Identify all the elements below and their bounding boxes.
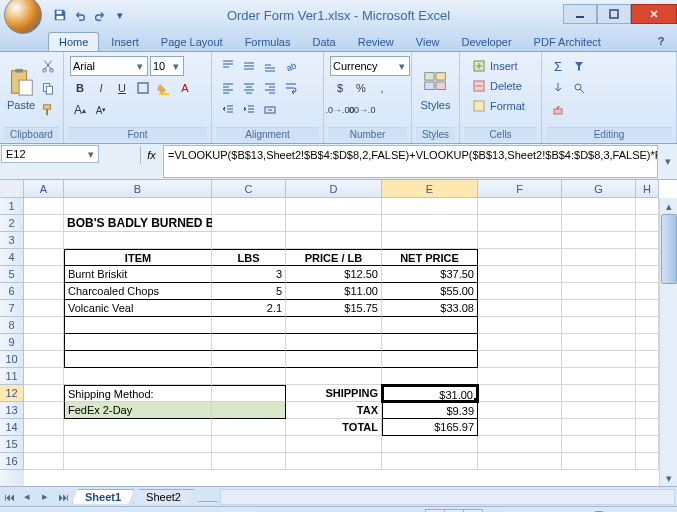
- macro-record-icon[interactable]: [44, 507, 64, 513]
- paste-button[interactable]: Paste: [6, 56, 36, 122]
- cell-E13[interactable]: $9.39: [382, 402, 478, 419]
- sheet-nav-first-icon[interactable]: ⏮: [0, 488, 18, 506]
- redo-icon[interactable]: [92, 7, 108, 23]
- orientation-icon[interactable]: ab: [281, 56, 301, 76]
- colhead-B[interactable]: B: [64, 180, 212, 198]
- rowhead[interactable]: 7: [0, 300, 24, 317]
- colhead-F[interactable]: F: [478, 180, 562, 198]
- border-button[interactable]: [133, 78, 153, 98]
- format-painter-icon[interactable]: [38, 100, 58, 120]
- cell-D4[interactable]: PRICE / LB: [286, 249, 382, 266]
- align-top-icon[interactable]: [218, 56, 238, 76]
- sheet-nav-prev-icon[interactable]: ◂: [18, 488, 36, 506]
- tab-insert[interactable]: Insert: [101, 33, 149, 51]
- percent-button[interactable]: %: [351, 78, 371, 98]
- wrap-text-icon[interactable]: [281, 78, 301, 98]
- align-right-icon[interactable]: [260, 78, 280, 98]
- autosum-icon[interactable]: Σ: [548, 56, 568, 76]
- rowhead[interactable]: 6: [0, 283, 24, 300]
- format-button[interactable]: Format: [466, 96, 531, 116]
- cell-C5[interactable]: 3: [212, 266, 286, 283]
- cell-E14[interactable]: $165.97: [382, 419, 478, 436]
- align-bottom-icon[interactable]: [260, 56, 280, 76]
- sheet-nav-last-icon[interactable]: ⏭: [54, 488, 72, 506]
- rowhead[interactable]: 3: [0, 232, 24, 249]
- expand-formula-bar-icon[interactable]: ▾: [659, 144, 677, 179]
- tab-page-layout[interactable]: Page Layout: [151, 33, 233, 51]
- decrease-font-button[interactable]: A▾: [91, 100, 111, 120]
- colhead-H[interactable]: H: [636, 180, 659, 198]
- normal-view-button[interactable]: [425, 509, 445, 513]
- font-color-button[interactable]: A: [175, 78, 195, 98]
- select-all-button[interactable]: [0, 180, 24, 198]
- rowhead[interactable]: 2: [0, 215, 24, 232]
- rowhead[interactable]: 1: [0, 198, 24, 215]
- office-button[interactable]: [4, 0, 42, 34]
- cell-C6[interactable]: 5: [212, 283, 286, 300]
- cell-B4[interactable]: ITEM: [64, 249, 212, 266]
- colhead-E[interactable]: E: [382, 180, 478, 198]
- cell-E4[interactable]: NET PRICE: [382, 249, 478, 266]
- cell-D14[interactable]: TOTAL: [286, 419, 382, 436]
- tab-developer[interactable]: Developer: [451, 33, 521, 51]
- undo-icon[interactable]: [72, 7, 88, 23]
- colhead-D[interactable]: D: [286, 180, 382, 198]
- rowhead[interactable]: 8: [0, 317, 24, 334]
- rowhead[interactable]: 13: [0, 402, 24, 419]
- zoom-out-button[interactable]: −: [523, 507, 543, 513]
- colhead-A[interactable]: A: [24, 180, 64, 198]
- cell-E12[interactable]: $31.00: [382, 385, 478, 402]
- rowhead[interactable]: 4: [0, 249, 24, 266]
- tab-data[interactable]: Data: [302, 33, 345, 51]
- fill-color-button[interactable]: [154, 78, 174, 98]
- vertical-scrollbar[interactable]: ▴ ▾: [659, 198, 677, 486]
- cell-B6[interactable]: Charcoaled Chops: [64, 283, 212, 300]
- decrease-indent-icon[interactable]: [218, 100, 238, 120]
- increase-font-button[interactable]: A▴: [70, 100, 90, 120]
- scroll-thumb[interactable]: [661, 214, 677, 284]
- tab-home[interactable]: Home: [48, 32, 99, 51]
- rowhead[interactable]: 10: [0, 351, 24, 368]
- cells-area[interactable]: BOB'S BADLY BURNED BBQ ITEM LBS PRICE / …: [24, 198, 659, 486]
- cell-D5[interactable]: $12.50: [286, 266, 382, 283]
- sort-filter-icon[interactable]: [569, 56, 589, 76]
- sheet-nav-next-icon[interactable]: ▸: [36, 488, 54, 506]
- cell-E5[interactable]: $37.50: [382, 266, 478, 283]
- currency-button[interactable]: $: [330, 78, 350, 98]
- italic-button[interactable]: I: [91, 78, 111, 98]
- rowhead[interactable]: 16: [0, 453, 24, 470]
- colhead-C[interactable]: C: [212, 180, 286, 198]
- cell-C4[interactable]: LBS: [212, 249, 286, 266]
- delete-button[interactable]: Delete: [466, 76, 528, 96]
- tab-view[interactable]: View: [406, 33, 450, 51]
- decrease-decimal-button[interactable]: .00→.0: [351, 100, 371, 120]
- rowhead[interactable]: 9: [0, 334, 24, 351]
- name-box[interactable]: E12▾: [1, 145, 99, 163]
- sheet-tab-sheet1[interactable]: Sheet1: [72, 489, 134, 504]
- colhead-G[interactable]: G: [562, 180, 636, 198]
- rowhead[interactable]: 12: [0, 385, 24, 402]
- tab-review[interactable]: Review: [348, 33, 404, 51]
- font-size-combo[interactable]: 10▾: [150, 56, 184, 76]
- page-layout-view-button[interactable]: [444, 509, 464, 513]
- align-center-icon[interactable]: [239, 78, 259, 98]
- cell-B12[interactable]: Shipping Method:: [64, 385, 212, 402]
- align-middle-icon[interactable]: [239, 56, 259, 76]
- qat-customize-icon[interactable]: ▾: [112, 7, 128, 23]
- maximize-button[interactable]: [597, 4, 631, 24]
- align-left-icon[interactable]: [218, 78, 238, 98]
- zoom-in-button[interactable]: +: [651, 507, 671, 513]
- cell-C7[interactable]: 2.1: [212, 300, 286, 317]
- find-select-icon[interactable]: [569, 78, 589, 98]
- clear-icon[interactable]: [548, 100, 568, 120]
- horizontal-scrollbar[interactable]: [220, 489, 675, 505]
- comma-button[interactable]: ,: [372, 78, 392, 98]
- increase-indent-icon[interactable]: [239, 100, 259, 120]
- insert-button[interactable]: Insert: [466, 56, 524, 76]
- tab-pdf-architect[interactable]: PDF Architect: [524, 33, 611, 51]
- cell-B5[interactable]: Burnt Briskit: [64, 266, 212, 283]
- number-format-combo[interactable]: Currency▾: [330, 56, 410, 76]
- copy-icon[interactable]: [38, 78, 58, 98]
- underline-button[interactable]: U: [112, 78, 132, 98]
- font-name-combo[interactable]: Arial▾: [70, 56, 148, 76]
